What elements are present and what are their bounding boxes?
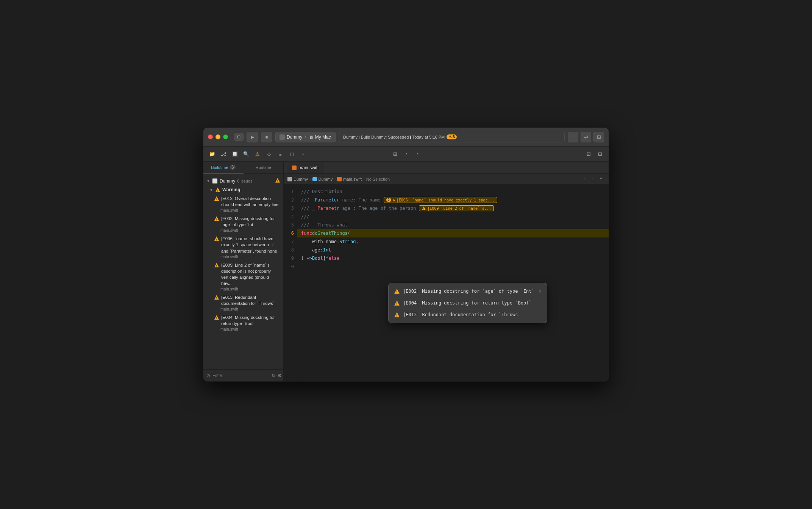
run-button[interactable]: ▶: [247, 132, 258, 142]
scheme-target: My Mac: [315, 134, 331, 140]
warn-icon-inline: !: [392, 198, 395, 202]
build-status-bar: Dummy | Build Dummy: Succeeded | Today a…: [339, 132, 565, 142]
issue-item-e004[interactable]: ! |E004| Missing docstring for return ty…: [203, 313, 283, 333]
debug-icon[interactable]: ⁎: [275, 149, 285, 159]
project-issue-count: 6 issues: [237, 179, 252, 183]
stop-button[interactable]: ■: [261, 132, 272, 142]
hierarchy-icon[interactable]: 🔲: [230, 149, 240, 159]
sidebar-toggle-button[interactable]: ⊟: [234, 133, 244, 141]
breadcrumb-folder[interactable]: Dummy: [312, 177, 333, 181]
issue-file-e009: main.swift: [214, 287, 280, 291]
breadcrumb-bar: Dummy › Dummy › main.swift › No Selectio…: [284, 174, 609, 184]
tooltip-row-1[interactable]: ! |E002| Missing docstring for `age` of …: [389, 286, 547, 297]
issue-file-e012: main.swift: [214, 208, 280, 212]
project-name: Dummy: [220, 178, 235, 184]
line-num-3: 3: [284, 204, 297, 212]
scheme-arrow: ›: [305, 135, 306, 139]
issue-item-e009[interactable]: ! |E009| Line 2 of `name`'s description …: [203, 261, 283, 293]
search-icon[interactable]: 🔍: [241, 149, 251, 159]
grid-view-icon[interactable]: ⊞: [390, 149, 400, 159]
buildtime-badge: 6: [230, 165, 236, 170]
tooltip-row-2[interactable]: ! |E004| Missing docstring for return ty…: [389, 297, 547, 309]
issue-text-e013: |E013| Redundant documentation for `Thro…: [221, 294, 280, 306]
nav-forward-icon[interactable]: ›: [413, 149, 423, 159]
issue-warn-icon-e013: !: [214, 295, 219, 300]
scheme-monitor-icon: 🖥: [309, 135, 313, 139]
breadcrumb-file[interactable]: main.swift: [337, 177, 362, 181]
warning-group-label: Warning: [222, 187, 240, 192]
issue-file-e002: main.swift: [214, 228, 280, 233]
tab-runtime[interactable]: Runtime: [244, 162, 284, 173]
nav-expand-breadcrumb[interactable]: ^: [597, 175, 605, 183]
svg-text:!: !: [396, 314, 398, 317]
project-header[interactable]: ▼ ⬜ Dummy 6 issues !: [203, 176, 283, 186]
scheme-selector[interactable]: Dummy › 🖥 My Mac: [275, 132, 336, 142]
warnings-icon[interactable]: ⚠: [253, 149, 262, 159]
editor-layout-icon[interactable]: ⊡: [584, 149, 593, 159]
warning-arrow: ▼: [209, 188, 213, 192]
code-line-7: with name: String,: [297, 237, 609, 246]
svg-text:!: !: [423, 208, 425, 211]
svg-text:!: !: [216, 198, 217, 201]
code-line-10: [297, 262, 609, 271]
line-num-10: 10: [284, 262, 297, 271]
navigator-toggle-button[interactable]: ⇄: [581, 132, 591, 142]
code-line-1: /// Description: [297, 187, 609, 196]
issue-text-e004: |E004| Missing docstring for return type…: [221, 314, 280, 326]
minimize-button[interactable]: [215, 134, 220, 139]
filter-sort-button[interactable]: ↻: [272, 373, 275, 378]
svg-text:!: !: [217, 189, 219, 192]
filter-options-button[interactable]: ⚙: [278, 373, 282, 378]
inline-warning-line3[interactable]: ! |E009| Line 2 of `name`'s...: [419, 205, 494, 211]
scheme-icon: [280, 134, 285, 140]
nav-forward-breadcrumb[interactable]: ›: [589, 175, 597, 183]
main-area: Buildtime 6 Runtime ▼ ⬜ Dummy 6 issues !: [203, 162, 609, 381]
buildtime-label: Buildtime: [211, 165, 228, 170]
code-area[interactable]: 1 2 3 4 5 6 7 8 9 10 /// Description: [284, 184, 609, 381]
build-status-text: Dummy | Build Dummy: Succeeded | Today a…: [343, 135, 445, 139]
line-num-4: 4: [284, 212, 297, 221]
issue-item-e013[interactable]: ! |E013| Redundant documentation for `Th…: [203, 293, 283, 313]
folder-icon[interactable]: 📁: [207, 149, 217, 159]
issues-tabs: Buildtime 6 Runtime: [203, 162, 283, 174]
editor-panel: main.swift Dummy › Dummy › main.swift: [284, 162, 609, 381]
project-folder-icon: ⬜: [212, 178, 218, 184]
nav-back-breadcrumb[interactable]: ‹: [581, 175, 588, 183]
source-control-icon[interactable]: ⎇: [219, 149, 228, 159]
folder-icon-breadcrumb: [312, 177, 317, 181]
filter-input[interactable]: [212, 373, 269, 378]
filter-bar: ⊙ ↻ ⚙: [203, 369, 283, 381]
stop-icon: ■: [265, 135, 268, 139]
sidebar-icon: ⊟: [237, 134, 240, 139]
plus-icon: +: [572, 134, 575, 140]
issue-item-e002[interactable]: ! |E002| Missing docstring for `age` of …: [203, 214, 283, 234]
inspector-toggle-button[interactable]: ⊟: [593, 132, 604, 142]
issue-item-e012[interactable]: ! |E012| Overall description should end …: [203, 194, 283, 214]
tab-filename: main.swift: [298, 165, 319, 170]
nav-back-icon[interactable]: ‹: [401, 149, 411, 159]
report-icon[interactable]: ≡: [298, 149, 308, 159]
breadcrumb-project[interactable]: Dummy: [287, 177, 308, 181]
tooltip-row-3[interactable]: ! |E013| Redundant documentation for `Th…: [389, 309, 547, 320]
canvas-icon[interactable]: ⊞: [595, 149, 605, 159]
filter-icon: ⊙: [206, 373, 210, 378]
breakpoints-icon[interactable]: ◻: [287, 149, 297, 159]
navigator-toolbar: 📁 ⎇ 🔲 🔍 ⚠ ◇ ⁎ ◻ ≡ ⊞ ‹ › ⊡ ⊞: [203, 147, 609, 162]
test-icon[interactable]: ◇: [264, 149, 274, 159]
warning-group-header[interactable]: ▼ ! Warning: [203, 186, 283, 194]
close-button[interactable]: [208, 134, 213, 139]
svg-text:!: !: [393, 200, 394, 201]
issue-item-e006[interactable]: ! |E006| `name` should have exactly 1 sp…: [203, 234, 283, 260]
navigator-icon: ⇄: [584, 134, 588, 140]
tab-main-swift[interactable]: main.swift: [287, 162, 323, 173]
inline-warning-line2[interactable]: 2 ! |E006| `name` should have exactly 1 …: [384, 197, 497, 203]
tab-buildtime[interactable]: Buildtime 6: [203, 162, 244, 173]
issue-file-e013: main.swift: [214, 307, 280, 311]
tooltip-close-button[interactable]: ×: [539, 289, 542, 294]
swift-file-icon: [292, 166, 297, 170]
warning-group-icon: !: [215, 187, 220, 192]
breadcrumb-nav: ‹ › ^: [581, 175, 605, 183]
toolbar-divider: [311, 150, 311, 158]
add-button[interactable]: +: [568, 132, 578, 142]
fullscreen-button[interactable]: [223, 134, 228, 139]
